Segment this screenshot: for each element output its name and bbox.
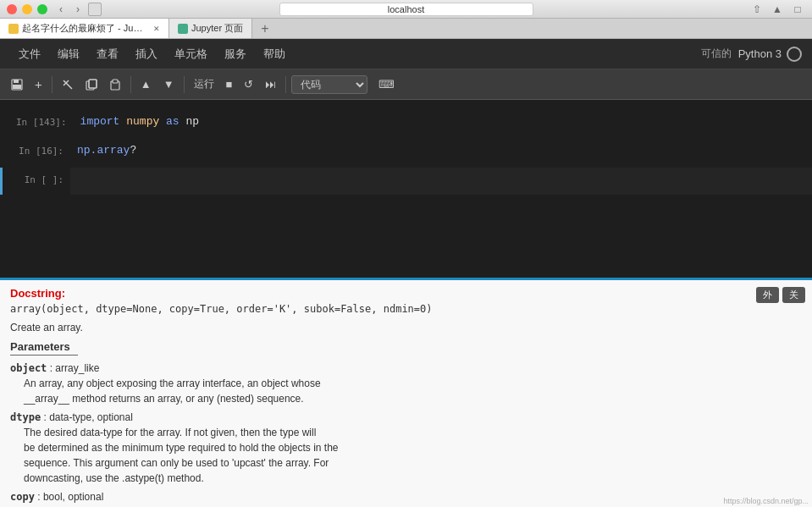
param-dtype-desc2: be determined as the minimum type requir… [24,440,339,455]
move-up-button[interactable]: ▲ [136,75,156,93]
keyboard-icon[interactable]: ⌨ [374,75,399,93]
svg-rect-9 [113,80,118,83]
code-keyword-import: import [80,115,120,128]
menu-view[interactable]: 查看 [88,43,127,65]
scissors-icon [62,79,74,91]
svg-rect-2 [13,85,21,89]
docstring-panel-buttons: 外 关 [756,287,805,303]
param-object-desc: An array, any object exposing the array … [24,376,321,391]
external-button[interactable]: 外 [756,287,779,303]
cell-3: In [ ]: [0,168,812,195]
back-arrow[interactable]: ‹ [54,3,68,16]
main-container: ‹ › localhost ⇧ ▲ □ 起名字什么的最麻烦了 - Jupyter… [0,0,812,507]
close-doc-button[interactable]: 关 [782,287,805,303]
toolbar-separator-4 [285,76,286,93]
kernel-status: 可信的 [701,47,732,61]
menu-file[interactable]: 文件 [10,43,49,65]
toolbar-separator-2 [130,76,131,93]
share-icon[interactable]: ⇧ [749,2,765,17]
code-np: np [185,115,199,128]
close-button[interactable] [7,4,17,14]
cell-type-select[interactable]: 代码 Markdown Raw [291,75,367,94]
paste-button[interactable] [105,76,125,93]
notebook-area: 文件 编辑 查看 插入 单元格 服务 帮助 可信的 Python 3 [0,39,812,278]
param-dtype-name: dtype [10,411,41,423]
docstring-header: Docstring: [10,287,802,300]
copy-button[interactable] [81,76,102,93]
menu-kernel[interactable]: 服务 [216,43,255,65]
nav-arrows: ‹ › [54,3,102,16]
run-button[interactable]: 运行 [190,74,218,94]
svg-rect-6 [89,80,97,88]
cell-1: In [143]: import numpy as np [0,110,812,135]
notebook-toolbar: + [0,69,812,100]
python-circle-icon [787,47,802,62]
cell-2-prompt: In [16]: [3,139,70,164]
tab-label-notebook: 起名字什么的最麻烦了 - Jupyter Notebook [22,22,146,35]
param-copy-name: copy [10,491,35,503]
plus-icon: + [35,77,42,91]
add-cell-button[interactable]: + [30,74,47,94]
cell-2: In [16]: np.array? [0,139,812,164]
tabbar: 起名字什么的最麻烦了 - Jupyter Notebook ✕ Jupyter … [0,19,812,39]
param-dtype-desc4: downcasting, use the .astype(t) method. [24,471,204,486]
toolbar-separator-3 [184,76,185,93]
tab-jupyter[interactable]: Jupyter 页面 [169,19,252,38]
minimize-button[interactable] [22,4,32,14]
python-label: Python 3 [738,47,782,60]
titlebar-right: ⇧ ▲ □ [749,2,805,17]
menu-help[interactable]: 帮助 [255,43,294,65]
param-dtype-desc3: sequence. This argument can only be used… [24,455,329,471]
tab-favicon-jupyter [178,24,188,34]
cell-1-prompt: In [143]: [3,110,74,135]
copy-icon [86,79,97,91]
cell-2-content[interactable]: np.array? [70,139,812,164]
restart-button[interactable]: ↺ [240,75,257,93]
tab-label-jupyter: Jupyter 页面 [191,22,243,35]
titlebar-buttons [7,4,47,14]
save-button[interactable] [7,76,27,93]
cell-3-content[interactable] [70,168,812,195]
tab-notebook[interactable]: 起名字什么的最麻烦了 - Jupyter Notebook ✕ [0,19,169,38]
code-np-array: np.array [77,144,130,157]
move-down-button[interactable]: ▼ [159,75,179,93]
param-copy-type: : bool, optional [37,491,103,503]
maximize-button[interactable] [37,4,47,14]
param-object-type: : array_like [50,362,100,374]
toolbar-separator-1 [52,76,52,93]
fullscreen-icon[interactable]: □ [790,2,805,17]
tab-close-notebook[interactable]: ✕ [152,24,160,34]
param-object: object : array_like An array, any object… [10,361,802,406]
python-badge: Python 3 [738,47,802,62]
new-tab-button[interactable]: + [256,19,273,38]
param-object-desc2: __array__ method returns an array, or an… [24,391,304,406]
param-copy: copy : bool, optional If true (default),… [10,489,802,507]
fastforward-button[interactable]: ⏭ [261,75,280,93]
code-question-mark: ? [130,144,136,157]
paste-icon [109,79,121,91]
tab-favicon-notebook [8,24,19,34]
url-text: localhost [388,4,424,14]
cells-area: In [143]: import numpy as np In [16]: np… [0,100,812,278]
cell-1-content[interactable]: import numpy as np [74,110,812,135]
cut-button[interactable] [58,76,78,93]
code-numpy: numpy [126,115,159,128]
docstring-panel: 外 关 Docstring: array(object, dtype=None,… [0,280,812,507]
watermark: https://blog.csdn.net/gp... [723,497,809,505]
param-dtype: dtype : data-type, optional The desired … [10,410,802,486]
menubar-right: 可信的 Python 3 [701,47,802,62]
save-icon [11,79,23,91]
upload-icon[interactable]: ▲ [770,2,785,17]
titlebar: ‹ › localhost ⇧ ▲ □ [0,0,812,19]
docstring-signature: array(object, dtype=None, copy=True, ord… [10,303,802,315]
menu-cell[interactable]: 单元格 [166,43,216,65]
stop-button[interactable]: ■ [222,75,237,93]
menu-insert[interactable]: 插入 [127,43,166,65]
docstring-body: object : array_like An array, any object… [10,361,802,507]
param-object-name: object [10,362,47,374]
menubar: 文件 编辑 查看 插入 单元格 服务 帮助 可信的 Python 3 [0,39,812,69]
svg-rect-1 [14,80,19,83]
menu-edit[interactable]: 编辑 [49,43,88,65]
url-bar[interactable]: localhost [279,3,533,16]
forward-arrow[interactable]: › [71,3,85,16]
